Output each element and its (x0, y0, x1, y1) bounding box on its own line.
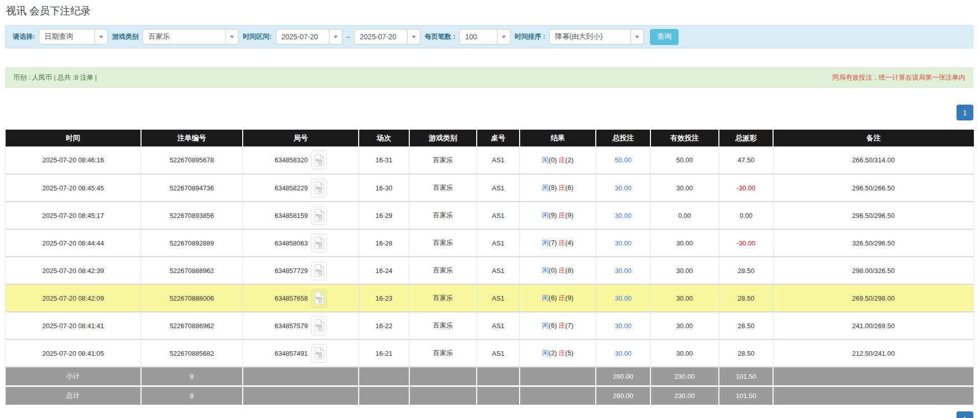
page-size-select[interactable]: 100 (459, 29, 510, 44)
bet-id: 522670894736 (141, 174, 243, 202)
date-from-select[interactable]: 2025-07-20 (276, 29, 342, 44)
game-category-label: 游戏类别 (112, 32, 138, 41)
player-result-value: (8) (549, 184, 557, 191)
player-result-value: (0) (549, 156, 557, 164)
table-row: 2025-07-20 08:42:09 522670888006 6348576… (6, 284, 974, 312)
chevron-down-icon (329, 30, 342, 44)
table-row: 2025-07-20 08:45:17 522670893856 6348581… (6, 202, 974, 229)
date-to-select[interactable]: 2025-07-20 (354, 29, 421, 44)
round-id: 634858320 (274, 156, 308, 164)
total-bet-link[interactable]: 30.00 (615, 322, 632, 330)
bet-id: 522670895678 (141, 146, 243, 174)
payout: 28.50 (719, 339, 773, 367)
result-cell: 闲(2) 庄(5) (520, 339, 596, 367)
valid-bet: 30.00 (650, 312, 719, 339)
date-to-value: 2025-07-20 (355, 33, 407, 41)
bet-time: 2025-07-20 08:42:39 (6, 257, 141, 284)
bet-time: 2025-07-20 08:41:41 (6, 312, 141, 339)
table-row: 2025-07-20 08:41:05 522670885682 6348574… (6, 339, 974, 367)
banker-result-value: (5) (565, 349, 573, 357)
summary-total-bet: 260.00 (596, 367, 650, 386)
valid-bet: 30.00 (650, 257, 719, 284)
total-bet-link[interactable]: 30.00 (615, 350, 632, 357)
session: 16-21 (359, 339, 409, 367)
search-button[interactable]: 查询 (650, 29, 679, 45)
total-bet-cell: 30.00 (596, 257, 650, 284)
remark: 269.50/298.00 (773, 284, 973, 312)
bets-table: 时间注单编号局号场次游戏类别桌号结果总投注有效投注总派彩备注 2025-07-2… (5, 130, 974, 405)
video-replay-button[interactable] (311, 234, 327, 253)
total-bet-cell: 30.00 (596, 202, 650, 229)
total-bet-cell: 50.00 (596, 146, 650, 174)
total-bet-link[interactable]: 30.00 (615, 267, 632, 275)
game-category-select[interactable]: 百家乐 (143, 29, 239, 44)
game-category: 百家乐 (409, 229, 477, 257)
table-row: 2025-07-20 08:41:41 522670886962 6348575… (6, 312, 974, 339)
video-playback-icon (314, 237, 324, 249)
total-bet-link[interactable]: 30.00 (615, 212, 632, 219)
column-header: 场次 (359, 130, 409, 146)
bet-id: 522670888962 (141, 257, 243, 284)
bet-id: 522670892889 (141, 229, 243, 257)
video-replay-button[interactable] (311, 179, 327, 198)
summary-label: 总计 (6, 386, 141, 405)
video-replay-button[interactable] (311, 344, 327, 363)
remark: 296.50/266.50 (773, 174, 973, 202)
summary-count: 8 (141, 367, 243, 386)
banker-result-label: 庄 (558, 266, 565, 274)
game-category: 百家乐 (409, 284, 477, 312)
total-bet-cell: 30.00 (596, 339, 650, 367)
player-result-label: 闲 (542, 211, 549, 219)
video-replay-button[interactable] (311, 289, 327, 308)
remark: 326.50/296.50 (773, 229, 973, 257)
summary-total-bet: 260.00 (596, 386, 650, 405)
video-replay-button[interactable] (311, 151, 327, 169)
total-bet-link[interactable]: 50.00 (615, 156, 632, 164)
summary-payout: 101.50 (719, 367, 773, 386)
total-bet-link[interactable]: 30.00 (615, 239, 632, 247)
remark: 298.00/326.50 (773, 257, 973, 284)
currency-total-text: 币别 : 人民币 | 总共 :8 注单 | (13, 73, 97, 82)
video-playback-icon (314, 209, 324, 222)
column-header: 有效投注 (650, 130, 719, 146)
chevron-down-icon (95, 30, 107, 44)
page-size-label: 每页笔数 : (425, 32, 455, 41)
page-button-1[interactable]: 1 (956, 105, 973, 120)
subtotal-row: 小计 8 260.00 230.00 101.50 (6, 367, 974, 386)
payout: 0.00 (719, 202, 773, 229)
session: 16-29 (359, 202, 409, 229)
round-id-cell: 634858320 (243, 146, 359, 174)
time-sort-select[interactable]: 降幂(由大到小) (549, 29, 644, 44)
round-id-cell: 634858063 (243, 229, 359, 257)
round-id: 634858159 (274, 212, 308, 219)
player-result-value: (9) (549, 211, 557, 219)
column-header: 备注 (773, 130, 973, 146)
video-replay-button[interactable] (311, 206, 327, 225)
valid-bet: 30.00 (650, 229, 719, 257)
banker-result-label: 庄 (558, 239, 565, 247)
total-bet-link[interactable]: 30.00 (615, 184, 632, 192)
banker-result-value: (2) (565, 156, 573, 164)
round-id: 634857491 (274, 350, 308, 357)
payout: 47.50 (719, 146, 773, 174)
table-number: AS1 (477, 229, 519, 257)
total-bet-cell: 30.00 (596, 312, 650, 339)
column-header: 注单编号 (141, 130, 243, 146)
banker-result-value: (7) (565, 322, 573, 329)
table-number: AS1 (477, 284, 519, 312)
session: 16-23 (359, 284, 409, 312)
payout: -30.00 (719, 229, 773, 257)
query-type-select[interactable]: 日期查询 (39, 29, 108, 44)
result-cell: 闲(9) 庄(9) (520, 202, 596, 229)
column-header: 桌号 (477, 130, 519, 146)
player-result-value: (0) (549, 266, 557, 274)
video-playback-icon (314, 319, 324, 332)
bet-time: 2025-07-20 08:46:16 (6, 146, 141, 174)
video-replay-button[interactable] (311, 261, 327, 280)
date-from-value: 2025-07-20 (276, 33, 329, 41)
total-bet-link[interactable]: 30.00 (615, 294, 632, 302)
game-category: 百家乐 (409, 312, 477, 339)
remark: 266.50/314.00 (773, 146, 973, 174)
page-button-1-bottom[interactable]: 1 (956, 411, 973, 418)
video-replay-button[interactable] (311, 316, 327, 335)
